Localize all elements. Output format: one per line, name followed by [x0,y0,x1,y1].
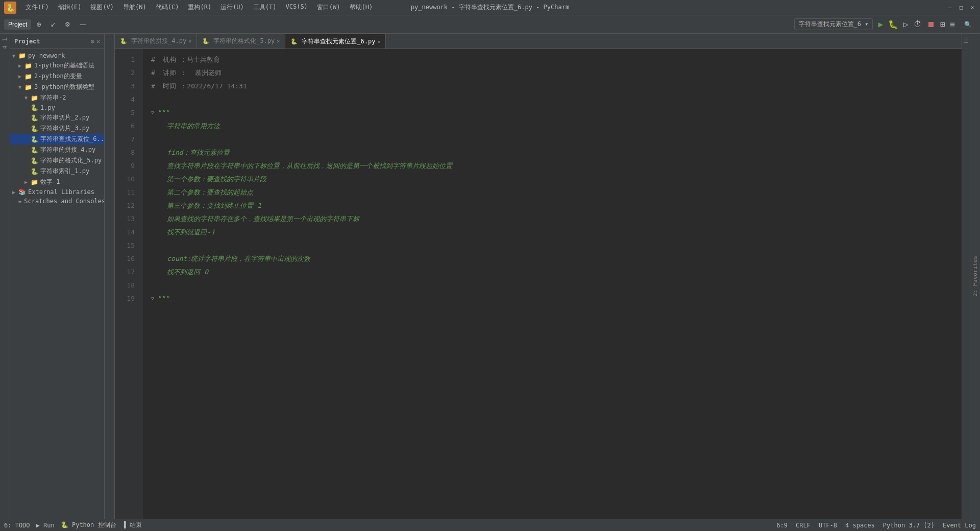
project-hide-icon[interactable]: ✕ [96,38,100,45]
tree-label-ext-lib: External Libraries [28,188,94,196]
tree-item-2[interactable]: ▶ 📁 2-python的变量 [10,71,104,82]
tree-root[interactable]: ▼ 📁 py_newwork [10,51,104,60]
status-python-version[interactable]: Python 3.7 (2) [883,522,935,529]
code-lines[interactable]: # 机构 ：马士兵教育 # 讲师 ： 慕洲老师 # 时间 ：2022/6/17 … [143,49,962,519]
line-num-8: 8 [115,146,139,159]
tree-item-6[interactable]: 🐍 字符串切片_2.py [10,112,104,123]
tree-label-9: 字符串的拼接_4.py [40,146,95,154]
project-sidebar-icon[interactable]: 1 [2,38,8,41]
tree-item-11[interactable]: 🐍 字符串索引_1.py [10,166,104,177]
build-button[interactable]: ⊞ [938,18,947,30]
line-num-14: 14 [115,226,139,239]
tree-label-4: 字符串-2 [40,93,66,102]
status-position[interactable]: 6:9 [776,522,788,529]
close-button[interactable]: ✕ [969,4,976,11]
line-num-3: 3 [115,80,139,93]
toolbar-settings[interactable]: ⚙ [61,19,75,30]
tree-item-4[interactable]: ▼ 📁 字符串-2 [10,92,104,103]
menu-view[interactable]: 视图(V) [87,2,117,13]
toolbar-collapse[interactable]: — [76,19,90,30]
tree-item-12[interactable]: ▶ 📁 数字-1 [10,177,104,187]
menu-tools[interactable]: 工具(T) [250,2,280,13]
structure-panel [105,34,115,519]
status-indent[interactable]: 4 spaces [845,522,875,529]
menu-file[interactable]: 文件(F) [22,2,52,13]
code-line-17: 找不到返回 0 [151,266,953,279]
menu-help[interactable]: 帮助(H) [347,2,376,13]
line-num-2: 2 [115,66,139,80]
menu-edit[interactable]: 编辑(E) [55,2,85,13]
tree-item-7[interactable]: 🐍 字符串切片_3.py [10,123,104,134]
status-todo[interactable]: 6: TODO [4,522,30,529]
status-run[interactable]: ▶ Run [36,522,55,529]
menu-vcs[interactable]: VCS(S) [283,2,311,13]
minimize-button[interactable]: — [946,4,953,11]
status-charset[interactable]: UTF-8 [819,522,837,529]
line-num-6: 6 [115,119,139,133]
coverage-button[interactable]: ▷ [901,18,911,30]
tree-item-scratches[interactable]: ✏️ Scratches and Consoles [10,197,104,206]
line-num-15: 15 [115,239,139,252]
code-text-3: # 时间 ：2022/6/17 14:31 [151,81,247,92]
stop-button[interactable]: ⏹ [925,18,937,30]
tree-item-8[interactable]: 🐍 字符串查找元素位_6... [10,134,104,144]
run-config-selector[interactable]: 字符串查找元素位置_6 ▾ [794,18,873,30]
code-text-14: 找不到就返回-1 [151,227,215,238]
tab-1-label: 字符串的格式化_5.py [213,37,275,45]
code-line-9: 查找字符串片段在字符串中的下标位置，从前往后找，返回的是第一个被找到字符串片段起… [151,159,953,173]
menu-run[interactable]: 运行(U) [217,2,247,13]
tab-1[interactable]: 🐍 字符串的格式化_5.py ✕ [197,34,285,49]
debug-button[interactable]: 🐛 [886,18,900,30]
window-title: py_newwork - 字符串查找元素位置_6.py - PyCharm [411,3,569,12]
line-numbers: 1 2 3 4 5 6 7 8 9 10 11 12 13 14 15 16 1… [115,49,143,519]
search-everywhere-button[interactable]: 🔍 [960,19,976,30]
code-content[interactable]: 1 2 3 4 5 6 7 8 9 10 11 12 13 14 15 16 1… [115,49,962,519]
project-button[interactable]: Project [4,19,31,30]
menu-refactor[interactable]: 重构(R) [185,2,214,13]
project-gear-icon[interactable]: ⚙ [91,38,94,45]
maximize-button[interactable]: □ [958,4,965,11]
toolbar-right: 字符串查找元素位置_6 ▾ ▶ 🐛 ▷ ⏱ ⏹ ⊞ ≡ 🔍 [794,18,976,30]
line-num-17: 17 [115,266,139,279]
menu-window[interactable]: 窗口(W) [314,2,344,13]
tree-item-10[interactable]: 🐍 字符串的格式化_5.py [10,155,104,166]
status-event-log[interactable]: Event Log [943,522,976,529]
more-button[interactable]: ≡ [948,18,957,30]
right-sidebar: ||| [962,34,970,519]
structure-icon[interactable]: 4 [2,45,8,49]
run-button[interactable]: ▶ [876,18,885,30]
tab-2[interactable]: 🐍 字符串查找元素位置_6.py ✕ [285,34,386,49]
code-line-12: 第三个参数：要找到终止位置-1 [151,199,953,212]
tab-1-close[interactable]: ✕ [277,38,280,44]
tree-label-1: 1-python的基础语法 [34,61,94,70]
profile-button[interactable]: ⏱ [912,18,924,30]
menu-code[interactable]: 代码(C) [153,2,182,13]
tab-0[interactable]: 🐍 字符串的拼接_4.py ✕ [115,34,197,49]
code-line-4 [151,93,953,106]
line-num-18: 18 [115,279,139,292]
line-num-10: 10 [115,173,139,186]
tree-label-5: 1.py [40,104,55,111]
tree-item-1[interactable]: ▶ 📁 1-python的基础语法 [10,60,104,71]
status-python-console[interactable]: 🐍 Python 控制台 [61,521,116,529]
tree-item-ext-lib[interactable]: ▶ 📚 External Libraries [10,187,104,197]
line-num-19: 19 [115,292,139,305]
favorites-label: 2: Favorites [972,256,978,296]
favorites-bar[interactable]: 2: Favorites [970,34,980,519]
tree-item-3[interactable]: ▼ 📁 3-python的数据类型 [10,82,104,92]
tree-item-5[interactable]: 🐍 1.py [10,103,104,112]
status-crlf[interactable]: CRLF [796,522,811,529]
tree-label-7: 字符串切片_3.py [40,124,89,133]
tab-2-close[interactable]: ✕ [377,39,380,44]
toolbar-add[interactable]: ⊕ [32,19,45,30]
status-end[interactable]: ▐ 结束 [122,521,142,529]
tree-item-9[interactable]: 🐍 字符串的拼接_4.py [10,144,104,155]
code-line-8: find：查找元素位置 [151,146,953,159]
tab-0-close[interactable]: ✕ [188,38,191,44]
menu-navigate[interactable]: 导航(N) [120,2,150,13]
toolbar-sync[interactable]: ↙ [46,19,60,30]
project-panel: Project ⚙ ✕ ▼ 📁 py_newwork ▶ 📁 1-python的… [10,34,105,519]
code-line-3: # 时间 ：2022/6/17 14:31 [151,80,953,93]
run-buttons: ▶ 🐛 ▷ ⏱ ⏹ ⊞ ≡ [876,18,957,30]
tree-label-11: 字符串索引_1.py [40,167,89,176]
